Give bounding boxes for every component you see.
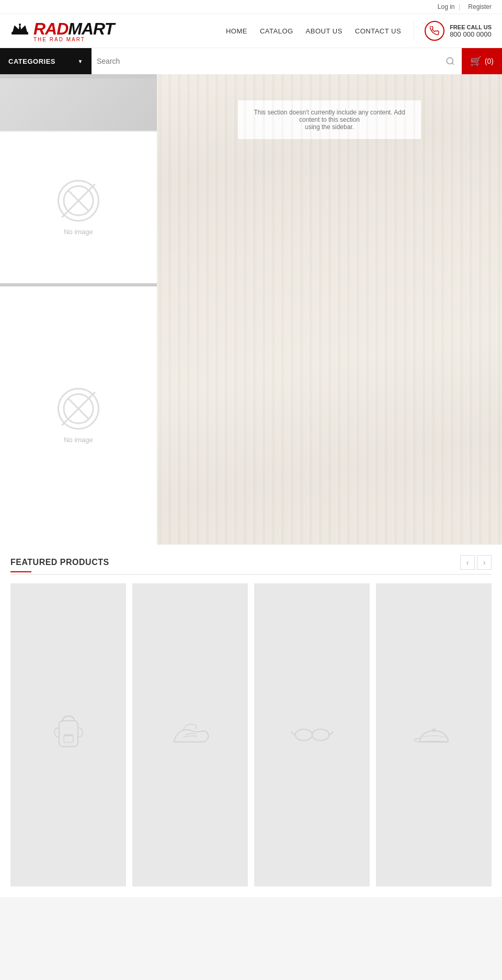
featured-navigation: ‹ › [460, 555, 492, 570]
svg-rect-12 [64, 736, 73, 743]
phone-icon [425, 21, 444, 41]
featured-header: FEATURED PRODUCTS ‹ › [10, 555, 492, 575]
logo-mart: MART [68, 19, 114, 39]
main-layout: No image No image This section doesn't c [0, 74, 502, 545]
nav-home[interactable]: HOME [226, 27, 247, 35]
search-bar: CATEGORIES ▼ 🛒 (0) [0, 48, 502, 74]
call-number: 800 000 0000 [450, 30, 492, 38]
login-link[interactable]: Log in [438, 3, 455, 10]
product-item-4[interactable] [376, 583, 492, 886]
featured-section: FEATURED PRODUCTS ‹ › [0, 545, 502, 897]
main-content: No image No image This section doesn't c [0, 74, 502, 545]
product-item-3[interactable] [254, 583, 370, 886]
svg-point-3 [19, 24, 21, 26]
svg-line-7 [68, 190, 89, 211]
no-image-text-2: No image [64, 436, 93, 444]
featured-next-button[interactable]: › [477, 555, 492, 570]
glasses-icon [289, 711, 336, 758]
product-item-2[interactable] [132, 583, 248, 886]
register-link[interactable]: Register [468, 3, 492, 10]
chevron-down-icon: ▼ [78, 59, 83, 64]
header: RADMART THE RAD MART HOME CATALOG ABOUT … [0, 14, 502, 48]
right-column: This section doesn't currently include a… [157, 74, 502, 545]
top-strip [0, 74, 157, 78]
search-wrapper [92, 48, 439, 74]
logo-sub: THE RAD MART [33, 37, 114, 42]
cart-count: (0) [485, 57, 494, 65]
svg-line-18 [329, 733, 333, 735]
no-image-text-1: No image [64, 228, 93, 236]
svg-point-5 [447, 57, 453, 64]
call-text: FREE CALL US 800 000 0000 [450, 24, 492, 38]
no-image-icon-1 [58, 180, 99, 222]
search-icon [446, 56, 455, 66]
sneaker-icon [167, 711, 214, 758]
featured-prev-button[interactable]: ‹ [460, 555, 475, 570]
call-free-label: FREE CALL US [450, 24, 492, 30]
blocked-icon-2 [63, 393, 94, 424]
call-box: FREE CALL US 800 000 0000 [414, 21, 492, 41]
svg-point-13 [295, 729, 312, 741]
product-card-2: No image [0, 286, 157, 545]
crown-icon [10, 22, 29, 35]
cart-icon: 🛒 [470, 55, 482, 67]
svg-rect-4 [12, 33, 28, 34]
logo-text: RADMART THE RAD MART [33, 19, 114, 42]
top-bar: Log in | Register [0, 0, 502, 14]
search-input[interactable] [97, 57, 433, 65]
cap-icon [410, 711, 458, 758]
backpack-icon [45, 711, 92, 758]
logo[interactable]: RADMART THE RAD MART [10, 19, 114, 42]
nav-about[interactable]: ABOUT US [306, 27, 343, 35]
product-item-1[interactable] [10, 583, 126, 886]
svg-point-14 [312, 729, 329, 741]
left-column: No image No image [0, 74, 157, 545]
promo-area: This section doesn't currently include a… [157, 74, 502, 545]
no-image-icon-2 [58, 388, 99, 430]
search-button[interactable] [439, 48, 462, 74]
products-grid [10, 583, 492, 886]
nav-links: HOME CATALOG ABOUT US CONTACT US [226, 27, 401, 35]
categories-button[interactable]: CATEGORIES ▼ [0, 48, 92, 74]
cart-button[interactable]: 🛒 (0) [462, 48, 502, 74]
nav-catalog[interactable]: CATALOG [260, 27, 293, 35]
divider: | [459, 3, 460, 10]
svg-marker-0 [13, 25, 27, 33]
sidebar-image-top [0, 78, 157, 131]
categories-label: CATEGORIES [8, 57, 55, 65]
empty-content-message: This section doesn't currently include a… [238, 100, 421, 139]
nav-contact[interactable]: CONTACT US [355, 27, 401, 35]
featured-title: FEATURED PRODUCTS [10, 558, 109, 567]
nav-area: HOME CATALOG ABOUT US CONTACT US FREE CA… [226, 21, 492, 41]
svg-line-9 [68, 398, 89, 419]
svg-line-17 [291, 733, 295, 735]
logo-rad: RAD [33, 19, 68, 39]
product-card-1: No image [0, 132, 157, 283]
blocked-icon-1 [63, 185, 94, 216]
